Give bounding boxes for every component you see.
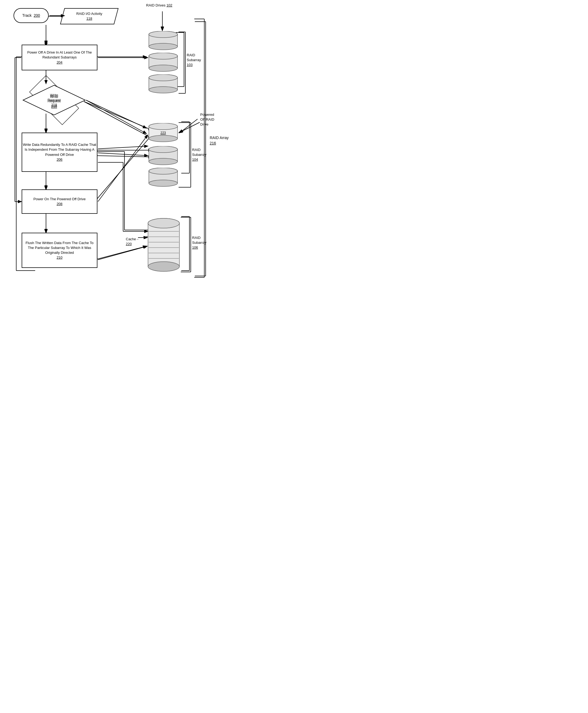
write-data-shape: Write Data Redundantly To A RAID Cache T… — [22, 132, 98, 172]
svg-line-86 — [86, 100, 146, 128]
powered-off-label: PoweredOff RAIDDrive — [200, 112, 214, 127]
svg-rect-63 — [148, 223, 180, 267]
raid-subarray-104-label: RAIDSubarray104 — [192, 147, 207, 162]
svg-line-15 — [95, 155, 151, 157]
drive-103-1 — [148, 31, 178, 50]
svg-point-52 — [149, 123, 177, 130]
cache-label: Cache→ 220 — [126, 237, 139, 247]
svg-line-19 — [95, 246, 146, 260]
track-ref: 200 — [34, 13, 40, 18]
svg-point-57 — [149, 146, 177, 153]
raid-subarray-103-label: RAIDSubarray103 — [187, 53, 201, 68]
flush-data-label: Flush The Written Data From The Cache To… — [22, 240, 97, 260]
raid-drives-ref: 102 — [166, 3, 172, 7]
power-on-drive-shape: Power On The Powered Off Drive 208 — [22, 189, 98, 214]
svg-point-47 — [149, 87, 177, 93]
raid-io-label: RAID I/O Activity118 — [76, 12, 102, 21]
svg-point-39 — [149, 43, 177, 50]
flush-data-ref: 210 — [57, 255, 63, 259]
drive-223: 223 — [148, 123, 178, 142]
raid-sub104-ref: 104 — [192, 158, 198, 162]
cache-cylinder — [147, 218, 180, 272]
raid-io-shape: RAID I/O Activity118 — [62, 8, 117, 24]
svg-point-43 — [149, 65, 177, 71]
diagram-container: Track 200 RAID I/O Activity118 Power Off… — [0, 0, 271, 330]
raid-sub103-ref: 103 — [187, 63, 193, 67]
power-on-ref: 208 — [57, 202, 63, 206]
power-on-drive-label: Power On The Powered Off Drive 208 — [33, 197, 85, 207]
svg-line-34 — [180, 119, 197, 132]
svg-line-94 — [98, 246, 147, 260]
flush-data-shape: Flush The Written Data From The Cache To… — [22, 233, 98, 268]
power-off-drive-shape: Power Off A Drive In At Least One Of The… — [22, 45, 98, 70]
raid-array-label: RAID Array216 — [210, 135, 229, 146]
raid-drives-label: RAID Drives 102 — [146, 3, 172, 7]
cache-ref: 220 — [126, 242, 132, 246]
drive-104-2 — [148, 146, 178, 165]
svg-line-88 — [98, 146, 147, 149]
svg-point-51 — [149, 135, 177, 142]
svg-point-61 — [149, 168, 177, 174]
svg-line-96 — [179, 122, 200, 132]
raid-sub106-ref: 106 — [192, 246, 198, 250]
track-shape: Track 200 — [14, 8, 49, 23]
svg-point-71 — [148, 218, 180, 228]
svg-point-60 — [149, 180, 177, 186]
svg-point-56 — [149, 158, 177, 165]
svg-text:223: 223 — [161, 131, 166, 135]
write-request-ref: 218 — [51, 103, 57, 107]
svg-line-89 — [98, 153, 147, 155]
raid-array-ref: 216 — [210, 141, 216, 145]
power-off-drive-label: Power Off A Drive In At Least One Of The… — [22, 50, 97, 65]
svg-line-36 — [95, 135, 151, 202]
write-request-label: WriteRequest218 — [48, 93, 61, 108]
svg-point-40 — [149, 31, 177, 38]
raid-subarray-106-label: RAIDSubarray106 — [192, 235, 207, 250]
svg-line-12 — [84, 102, 151, 130]
write-data-label: Write Data Redundantly To A RAID Cache T… — [22, 142, 97, 162]
svg-line-93 — [98, 135, 147, 202]
svg-point-44 — [149, 53, 177, 59]
write-data-ref: 206 — [57, 158, 63, 162]
drive-104-3 — [148, 168, 178, 187]
drive-103-3 — [148, 75, 178, 93]
svg-line-87 — [86, 100, 146, 133]
svg-point-70 — [148, 261, 180, 271]
raid-io-ref: 118 — [86, 17, 92, 21]
svg-point-48 — [149, 75, 177, 81]
drive-103-2 — [148, 53, 178, 72]
power-off-ref: 204 — [57, 60, 63, 64]
